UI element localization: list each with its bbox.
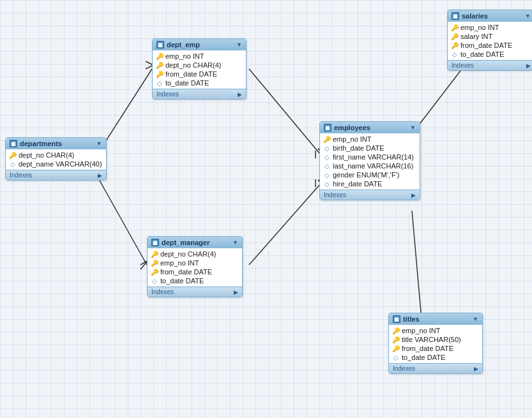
table-row: 🔑 salary INT [448, 32, 532, 41]
col-text: emp_no INT [402, 327, 441, 334]
salaries-body: 🔑 emp_no INT 🔑 salary INT 🔑 from_date DA… [448, 22, 532, 60]
key-icon-yellow: 🔑 [452, 33, 458, 40]
table-dept-emp: ▦ dept_emp ▼ 🔑 emp_no INT 🔑 dept_no CHAR… [152, 38, 247, 100]
col-text: from_date DATE [460, 41, 512, 49]
col-text: to_date DATE [402, 354, 445, 361]
key-icon-yellow: 🔑 [156, 62, 163, 68]
key-icon-blue: ◇ [324, 181, 330, 187]
table-row: 🔑 from_date DATE [153, 70, 246, 78]
col-text: gender ENUM('M','F') [333, 171, 399, 179]
col-text: dept_no CHAR(4) [19, 151, 74, 159]
employees-indexes[interactable]: Indexes ▶ [320, 190, 420, 200]
table-departments: ▦ departments ▼ 🔑 dept_no CHAR(4) ◇ dept… [5, 137, 107, 181]
key-icon-blue: ◇ [393, 354, 399, 361]
dept-manager-dropdown[interactable]: ▼ [232, 239, 238, 246]
salaries-title: salaries [462, 12, 488, 20]
svg-line-2 [249, 69, 319, 153]
col-text: from_date DATE [165, 70, 217, 78]
titles-indexes[interactable]: Indexes ▶ [389, 363, 482, 373]
indexes-arrow: ▶ [526, 63, 531, 69]
indexes-arrow: ▶ [98, 172, 102, 179]
key-icon-yellow: 🔑 [324, 136, 330, 142]
key-icon-yellow: 🔑 [151, 269, 158, 275]
col-text: emp_no INT [333, 135, 372, 143]
table-row: 🔑 title VARCHAR(50) [389, 335, 482, 344]
table-row: ◇ hire_date DATE [320, 179, 420, 188]
col-text: to_date DATE [160, 277, 204, 285]
table-row: 🔑 from_date DATE [448, 41, 532, 50]
key-icon-yellow: 🔑 [151, 251, 158, 257]
departments-dropdown[interactable]: ▼ [96, 140, 102, 147]
titles-dropdown[interactable]: ▼ [473, 316, 478, 322]
table-row: ◇ last_name VARCHAR(16) [320, 161, 420, 170]
dept-emp-header[interactable]: ▦ dept_emp ▼ [153, 39, 246, 50]
titles-header[interactable]: ▦ titles ▼ [389, 313, 482, 325]
table-row: 🔑 from_date DATE [148, 267, 242, 276]
table-row: 🔑 emp_no INT [448, 23, 532, 32]
indexes-label: Indexes [393, 365, 415, 372]
key-icon-blue: ◇ [324, 145, 330, 151]
key-icon-yellow: 🔑 [452, 42, 458, 49]
indexes-label: Indexes [10, 172, 32, 179]
key-icon-yellow: 🔑 [10, 152, 16, 158]
key-icon-yellow: 🔑 [156, 53, 163, 59]
key-icon-yellow: 🔑 [393, 336, 399, 343]
employees-header[interactable]: ▦ employees ▼ [320, 122, 420, 133]
departments-indexes[interactable]: Indexes ▶ [6, 170, 106, 180]
table-row: ◇ to_date DATE [389, 353, 482, 362]
dept-emp-body: 🔑 emp_no INT 🔑 dept_no CHAR(4) 🔑 from_da… [153, 50, 246, 89]
db-icon-salaries: ▦ [452, 12, 459, 20]
col-text: emp_no INT [160, 259, 199, 267]
key-icon-yellow: 🔑 [151, 260, 158, 266]
table-row: 🔑 emp_no INT [389, 326, 482, 335]
table-row: 🔑 dept_no CHAR(4) [153, 61, 246, 70]
departments-header[interactable]: ▦ departments ▼ [6, 138, 106, 149]
key-icon-blue: ◇ [10, 161, 16, 167]
table-row: ◇ first_name VARCHAR(14) [320, 153, 420, 161]
dept-manager-indexes[interactable]: Indexes ▶ [148, 287, 242, 297]
indexes-label: Indexes [156, 91, 179, 98]
col-text: to_date DATE [460, 50, 504, 58]
dept-manager-header[interactable]: ▦ dept_manager ▼ [148, 237, 242, 248]
key-icon-yellow: 🔑 [156, 71, 163, 77]
db-icon-employees: ▦ [324, 124, 331, 131]
db-icon-dept-manager: ▦ [151, 239, 159, 246]
table-employees: ▦ employees ▼ 🔑 emp_no INT ◇ birth_date … [319, 121, 420, 200]
col-text: from_date DATE [402, 345, 453, 352]
table-row: 🔑 dept_no CHAR(4) [148, 250, 242, 258]
departments-title: departments [20, 140, 62, 147]
key-icon-yellow: 🔑 [393, 345, 399, 352]
employees-title: employees [334, 124, 370, 131]
indexes-label: Indexes [452, 62, 474, 69]
employees-body: 🔑 emp_no INT ◇ birth_date DATE ◇ first_n… [320, 133, 420, 190]
db-icon-titles: ▦ [393, 315, 400, 323]
titles-body: 🔑 emp_no INT 🔑 title VARCHAR(50) 🔑 from_… [389, 325, 482, 363]
table-row: 🔑 emp_no INT [320, 135, 420, 144]
key-icon-blue: ◇ [156, 80, 163, 86]
table-dept-manager: ▦ dept_manager ▼ 🔑 dept_no CHAR(4) 🔑 emp… [147, 236, 243, 297]
col-text: dept_no CHAR(4) [160, 250, 216, 258]
employees-dropdown[interactable]: ▼ [410, 124, 416, 131]
dept-manager-title: dept_manager [162, 239, 209, 246]
key-icon-blue: ◇ [151, 278, 158, 284]
key-icon-yellow: 🔑 [393, 327, 399, 334]
dept-emp-indexes[interactable]: Indexes ▶ [153, 89, 246, 99]
table-row: ◇ to_date DATE [148, 276, 242, 285]
indexes-arrow: ▶ [238, 91, 242, 98]
table-salaries: ▦ salaries ▼ 🔑 emp_no INT 🔑 salary INT 🔑… [447, 10, 532, 71]
svg-line-3 [249, 185, 319, 265]
dept-emp-title: dept_emp [167, 41, 200, 49]
col-text: salary INT [460, 33, 492, 40]
table-row: ◇ dept_name VARCHAR(40) [6, 160, 106, 168]
key-icon-blue: ◇ [324, 163, 330, 169]
salaries-indexes[interactable]: Indexes ▶ [448, 60, 532, 70]
salaries-header[interactable]: ▦ salaries ▼ [448, 10, 532, 22]
dept-emp-dropdown[interactable]: ▼ [236, 41, 242, 48]
db-icon-departments: ▦ [10, 140, 17, 147]
key-icon-blue: ◇ [324, 154, 330, 160]
col-text: from_date DATE [160, 268, 212, 276]
table-row: 🔑 dept_no CHAR(4) [6, 151, 106, 160]
indexes-arrow: ▶ [234, 289, 238, 295]
salaries-dropdown[interactable]: ▼ [525, 13, 531, 19]
key-icon-yellow: 🔑 [452, 24, 458, 31]
